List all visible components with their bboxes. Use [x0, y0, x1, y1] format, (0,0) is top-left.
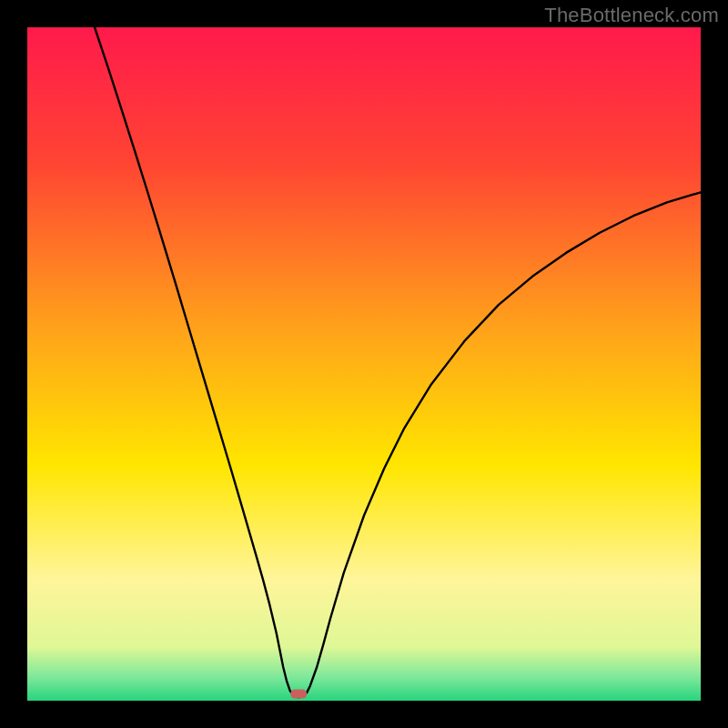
chart-frame: TheBottleneck.com — [0, 0, 728, 728]
bottleneck-chart — [0, 0, 728, 728]
chart-marker — [290, 690, 307, 699]
